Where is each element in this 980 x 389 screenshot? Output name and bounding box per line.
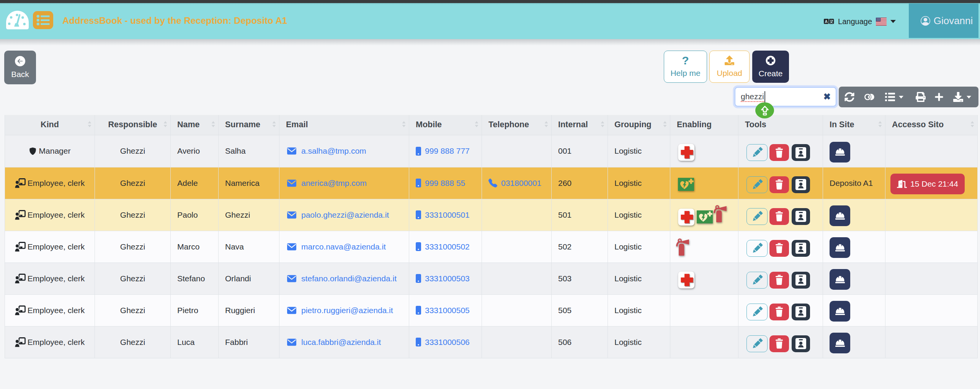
svg-text:A: A — [825, 19, 828, 24]
